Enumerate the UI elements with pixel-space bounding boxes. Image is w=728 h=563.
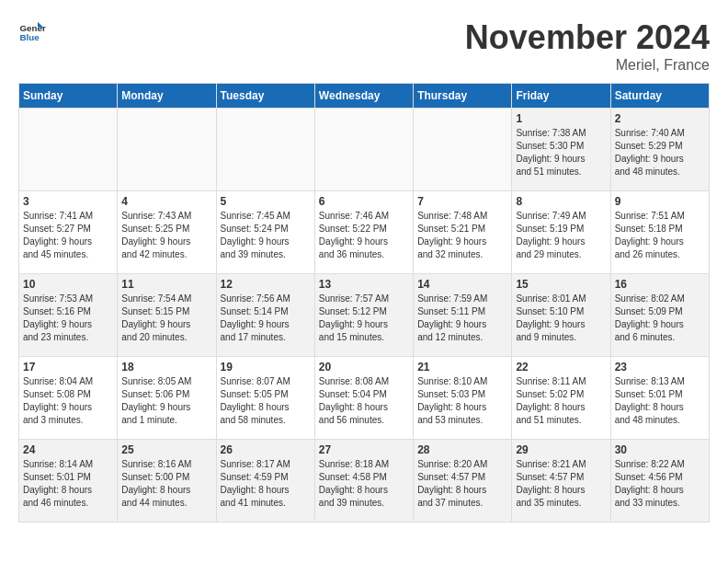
calendar-table: SundayMondayTuesdayWednesdayThursdayFrid… — [18, 83, 710, 523]
day-info: Sunrise: 7:51 AM Sunset: 5:18 PM Dayligh… — [615, 210, 705, 261]
calendar-cell: 9Sunrise: 7:51 AM Sunset: 5:18 PM Daylig… — [610, 191, 709, 274]
calendar-week-1: 1Sunrise: 7:38 AM Sunset: 5:30 PM Daylig… — [19, 109, 710, 191]
calendar-cell — [314, 109, 413, 191]
header-saturday: Saturday — [610, 84, 709, 109]
day-number: 10 — [23, 278, 113, 291]
day-info: Sunrise: 7:53 AM Sunset: 5:16 PM Dayligh… — [23, 293, 113, 344]
calendar-cell: 11Sunrise: 7:54 AM Sunset: 5:15 PM Dayli… — [118, 274, 216, 357]
day-info: Sunrise: 7:57 AM Sunset: 5:12 PM Dayligh… — [319, 293, 409, 344]
day-info: Sunrise: 8:11 AM Sunset: 5:02 PM Dayligh… — [516, 375, 606, 427]
calendar-cell: 25Sunrise: 8:16 AM Sunset: 5:00 PM Dayli… — [118, 440, 216, 523]
calendar-week-4: 17Sunrise: 8:04 AM Sunset: 5:08 PM Dayli… — [19, 357, 710, 440]
calendar-cell: 28Sunrise: 8:20 AM Sunset: 4:57 PM Dayli… — [414, 440, 512, 523]
calendar-cell — [414, 109, 512, 191]
location-title: Meriel, France — [465, 57, 710, 74]
calendar-cell — [19, 109, 118, 191]
day-number: 28 — [417, 443, 507, 456]
day-info: Sunrise: 7:46 AM Sunset: 5:22 PM Dayligh… — [319, 210, 409, 261]
day-info: Sunrise: 8:01 AM Sunset: 5:10 PM Dayligh… — [516, 293, 606, 344]
calendar-cell: 12Sunrise: 7:56 AM Sunset: 5:14 PM Dayli… — [216, 274, 314, 357]
day-number: 21 — [417, 361, 507, 373]
day-number: 23 — [615, 361, 705, 373]
day-info: Sunrise: 8:20 AM Sunset: 4:57 PM Dayligh… — [417, 458, 507, 510]
month-title: November 2024 — [465, 18, 710, 57]
day-info: Sunrise: 8:02 AM Sunset: 5:09 PM Dayligh… — [615, 293, 705, 344]
day-number: 12 — [221, 278, 311, 291]
calendar-cell: 18Sunrise: 8:05 AM Sunset: 5:06 PM Dayli… — [118, 357, 216, 440]
title-section: November 2024 Meriel, France — [465, 18, 710, 74]
header-friday: Friday — [512, 84, 610, 109]
day-number: 2 — [615, 112, 705, 125]
calendar-week-3: 10Sunrise: 7:53 AM Sunset: 5:16 PM Dayli… — [19, 274, 710, 357]
logo-icon: General Blue — [18, 18, 46, 46]
day-number: 1 — [516, 112, 606, 125]
day-info: Sunrise: 8:08 AM Sunset: 5:04 PM Dayligh… — [319, 375, 409, 427]
day-info: Sunrise: 8:22 AM Sunset: 4:56 PM Dayligh… — [615, 458, 705, 510]
day-info: Sunrise: 8:13 AM Sunset: 5:01 PM Dayligh… — [615, 375, 705, 427]
day-number: 30 — [615, 443, 705, 456]
day-info: Sunrise: 8:10 AM Sunset: 5:03 PM Dayligh… — [417, 375, 507, 427]
header-tuesday: Tuesday — [216, 84, 314, 109]
day-number: 4 — [121, 195, 211, 208]
day-number: 6 — [319, 195, 409, 208]
calendar-cell: 1Sunrise: 7:38 AM Sunset: 5:30 PM Daylig… — [512, 109, 610, 191]
calendar-cell: 17Sunrise: 8:04 AM Sunset: 5:08 PM Dayli… — [19, 357, 118, 440]
day-number: 9 — [615, 195, 705, 208]
svg-text:Blue: Blue — [20, 32, 40, 42]
calendar-cell: 14Sunrise: 7:59 AM Sunset: 5:11 PM Dayli… — [414, 274, 512, 357]
calendar-cell: 30Sunrise: 8:22 AM Sunset: 4:56 PM Dayli… — [610, 440, 709, 523]
day-number: 17 — [23, 361, 113, 373]
calendar-cell: 23Sunrise: 8:13 AM Sunset: 5:01 PM Dayli… — [610, 357, 709, 440]
calendar-cell: 10Sunrise: 7:53 AM Sunset: 5:16 PM Dayli… — [19, 274, 118, 357]
calendar-cell: 16Sunrise: 8:02 AM Sunset: 5:09 PM Dayli… — [610, 274, 709, 357]
day-info: Sunrise: 7:59 AM Sunset: 5:11 PM Dayligh… — [417, 293, 507, 344]
calendar-cell: 2Sunrise: 7:40 AM Sunset: 5:29 PM Daylig… — [610, 109, 709, 191]
header-thursday: Thursday — [414, 84, 512, 109]
calendar-cell: 29Sunrise: 8:21 AM Sunset: 4:57 PM Dayli… — [512, 440, 610, 523]
day-info: Sunrise: 8:17 AM Sunset: 4:59 PM Dayligh… — [221, 458, 311, 510]
day-info: Sunrise: 7:41 AM Sunset: 5:27 PM Dayligh… — [23, 210, 113, 261]
calendar-cell: 13Sunrise: 7:57 AM Sunset: 5:12 PM Dayli… — [314, 274, 413, 357]
calendar-cell: 3Sunrise: 7:41 AM Sunset: 5:27 PM Daylig… — [19, 191, 118, 274]
calendar-week-5: 24Sunrise: 8:14 AM Sunset: 5:01 PM Dayli… — [19, 440, 710, 523]
calendar-cell: 21Sunrise: 8:10 AM Sunset: 5:03 PM Dayli… — [414, 357, 512, 440]
calendar-cell: 6Sunrise: 7:46 AM Sunset: 5:22 PM Daylig… — [314, 191, 413, 274]
logo: General Blue — [18, 18, 46, 46]
day-number: 19 — [221, 361, 311, 373]
day-number: 29 — [516, 443, 606, 456]
day-number: 24 — [23, 443, 113, 456]
day-info: Sunrise: 8:04 AM Sunset: 5:08 PM Dayligh… — [23, 375, 113, 427]
calendar-cell: 5Sunrise: 7:45 AM Sunset: 5:24 PM Daylig… — [216, 191, 314, 274]
day-number: 3 — [23, 195, 113, 208]
day-number: 15 — [516, 278, 606, 291]
calendar-cell — [118, 109, 216, 191]
calendar-cell: 7Sunrise: 7:48 AM Sunset: 5:21 PM Daylig… — [414, 191, 512, 274]
day-info: Sunrise: 8:21 AM Sunset: 4:57 PM Dayligh… — [516, 458, 606, 510]
day-info: Sunrise: 8:14 AM Sunset: 5:01 PM Dayligh… — [23, 458, 113, 510]
calendar-header-row: SundayMondayTuesdayWednesdayThursdayFrid… — [19, 84, 710, 109]
day-info: Sunrise: 7:43 AM Sunset: 5:25 PM Dayligh… — [121, 210, 211, 261]
day-info: Sunrise: 8:05 AM Sunset: 5:06 PM Dayligh… — [121, 375, 211, 427]
calendar-cell: 22Sunrise: 8:11 AM Sunset: 5:02 PM Dayli… — [512, 357, 610, 440]
calendar-cell: 19Sunrise: 8:07 AM Sunset: 5:05 PM Dayli… — [216, 357, 314, 440]
day-info: Sunrise: 7:48 AM Sunset: 5:21 PM Dayligh… — [417, 210, 507, 261]
day-number: 16 — [615, 278, 705, 291]
calendar-cell: 8Sunrise: 7:49 AM Sunset: 5:19 PM Daylig… — [512, 191, 610, 274]
calendar-cell: 24Sunrise: 8:14 AM Sunset: 5:01 PM Dayli… — [19, 440, 118, 523]
header-wednesday: Wednesday — [314, 84, 413, 109]
day-info: Sunrise: 8:16 AM Sunset: 5:00 PM Dayligh… — [121, 458, 211, 510]
day-number: 22 — [516, 361, 606, 373]
day-number: 25 — [121, 443, 211, 456]
day-number: 20 — [319, 361, 409, 373]
calendar-cell — [216, 109, 314, 191]
header: General Blue November 2024 Meriel, Franc… — [18, 18, 710, 74]
calendar-week-2: 3Sunrise: 7:41 AM Sunset: 5:27 PM Daylig… — [19, 191, 710, 274]
day-number: 26 — [221, 443, 311, 456]
day-info: Sunrise: 7:56 AM Sunset: 5:14 PM Dayligh… — [221, 293, 311, 344]
header-sunday: Sunday — [19, 84, 118, 109]
day-info: Sunrise: 7:40 AM Sunset: 5:29 PM Dayligh… — [615, 127, 705, 178]
calendar-cell: 26Sunrise: 8:17 AM Sunset: 4:59 PM Dayli… — [216, 440, 314, 523]
day-number: 14 — [417, 278, 507, 291]
day-number: 5 — [221, 195, 311, 208]
calendar-cell: 4Sunrise: 7:43 AM Sunset: 5:25 PM Daylig… — [118, 191, 216, 274]
